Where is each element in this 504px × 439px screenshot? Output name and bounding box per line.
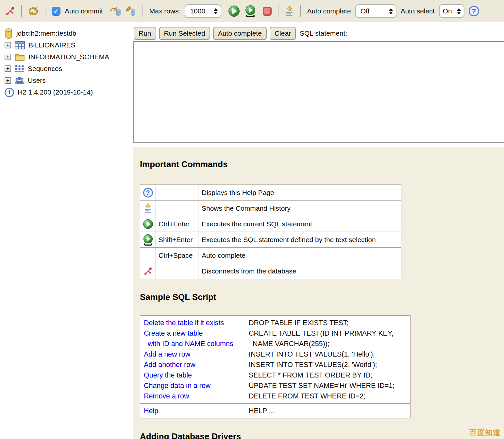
description-cell: Disconnects from the database xyxy=(198,263,401,279)
max-rows-value: 1000 xyxy=(190,7,205,15)
tree-version-row: i H2 1.4.200 (2019-10-14) xyxy=(0,86,133,98)
run-icon[interactable] xyxy=(228,5,240,17)
database-icon xyxy=(5,28,13,39)
shortcut-cell xyxy=(156,263,198,279)
expand-icon[interactable]: + xyxy=(5,65,11,72)
sql-statement-label: SQL statement: xyxy=(300,29,347,37)
table-row: Ctrl+Space Auto complete xyxy=(140,248,401,263)
sample-sql-table: Delete the table if it exists Create a n… xyxy=(140,315,411,418)
select-arrows-icon xyxy=(457,8,461,14)
run-icon xyxy=(142,219,154,229)
tree-item-label[interactable]: BILLIONAIRES xyxy=(28,41,76,49)
max-rows-label: Max rows: xyxy=(149,7,181,15)
sample-link-create-table-cont[interactable]: with ID and NAME columns xyxy=(144,339,241,349)
connection-url-label[interactable]: jdbc:h2:mem:testdb xyxy=(16,29,76,37)
run-selected-icon xyxy=(142,234,154,246)
commit-icon[interactable] xyxy=(125,6,136,16)
expand-icon[interactable]: + xyxy=(5,54,11,60)
auto-complete-label: Auto complete xyxy=(307,7,351,15)
toolbar-separator xyxy=(21,5,22,17)
adding-drivers-title: Adding Database Drivers xyxy=(140,431,504,439)
sample-link-help[interactable]: Help xyxy=(144,406,241,416)
sample-link-remove-row[interactable]: Remove a row xyxy=(144,391,241,401)
auto-complete-button[interactable]: Auto complete xyxy=(213,27,267,40)
auto-select-label: Auto select xyxy=(401,7,435,15)
sample-sql-line: NAME VARCHAR(255)); xyxy=(249,339,407,349)
run-selected-icon[interactable] xyxy=(244,5,257,17)
shortcut-cell: Shift+Enter xyxy=(156,232,198,248)
select-arrows-icon xyxy=(389,8,393,14)
auto-select-select[interactable]: On xyxy=(439,4,464,18)
table-row: Shows the Command History xyxy=(140,201,401,216)
commands-table: ? Displays this Help Page xyxy=(140,184,401,279)
sample-sql-line: INSERT INTO TEST VALUES(1, 'Hello'); xyxy=(249,349,407,360)
tree-item-label[interactable]: INFORMATION_SCHEMA xyxy=(28,53,109,61)
shortcut-cell: Ctrl+Enter xyxy=(156,216,198,232)
table-row: Ctrl+Enter Executes the current SQL stat… xyxy=(140,216,401,232)
disconnect-icon[interactable] xyxy=(5,6,15,16)
description-cell: Auto complete xyxy=(198,248,401,263)
important-commands-title: Important Commands xyxy=(140,159,504,169)
top-toolbar: ✓ Auto commit Max rows: 1000 xyxy=(0,0,504,22)
users-icon xyxy=(15,76,24,85)
table-row: ? Displays this Help Page xyxy=(140,185,401,201)
sample-link-add-row[interactable]: Add a new row xyxy=(144,349,241,360)
sample-sql-line: DELETE FROM TEST WHERE ID=2; xyxy=(249,391,407,401)
clear-button[interactable]: Clear xyxy=(270,27,296,40)
toolbar-separator xyxy=(278,5,278,17)
toolbar-separator xyxy=(45,5,45,17)
auto-select-value: On xyxy=(443,7,452,15)
sample-link-change-data[interactable]: Change data in a row xyxy=(144,380,241,391)
shortcut-cell xyxy=(156,185,198,201)
run-selected-button[interactable]: Run Selected xyxy=(159,27,210,40)
description-cell: Displays this Help Page xyxy=(198,185,401,201)
tree-item-label[interactable]: Users xyxy=(28,77,46,84)
expand-icon[interactable]: + xyxy=(5,42,11,48)
folder-icon xyxy=(15,53,25,61)
sample-sql-line: INSERT INTO TEST VALUES(2, 'World'); xyxy=(249,360,407,370)
sample-link-delete-table[interactable]: Delete the table if it exists xyxy=(144,318,241,328)
rollback-icon[interactable] xyxy=(109,6,121,16)
tree-item-information-schema: + INFORMATION_SCHEMA xyxy=(0,51,133,63)
auto-commit-checkbox[interactable]: ✓ xyxy=(52,7,60,16)
table-row: Disconnects from the database xyxy=(140,263,401,279)
history-icon[interactable] xyxy=(285,5,294,17)
help-panel: Important Commands ? Displays this Help … xyxy=(133,147,504,439)
tree-item-users: + Users xyxy=(0,75,133,86)
sample-sql-line: CREATE TABLE TEST(ID INT PRIMARY KEY, xyxy=(249,328,407,339)
toolbar-separator xyxy=(143,5,143,17)
auto-complete-select[interactable]: Off xyxy=(355,4,396,18)
query-toolbar: Run Run Selected Auto complete Clear SQL… xyxy=(133,22,504,41)
auto-complete-value: Off xyxy=(361,7,370,15)
run-button[interactable]: Run xyxy=(134,27,156,40)
toolbar-separator xyxy=(300,5,301,17)
tree-item-billionaires: + BILLIONAIRES xyxy=(0,39,133,51)
stop-icon[interactable] xyxy=(263,7,272,16)
expand-icon[interactable]: + xyxy=(5,77,11,84)
sequences-icon xyxy=(15,65,24,73)
refresh-icon[interactable] xyxy=(28,6,39,16)
table-row: Help HELP ... xyxy=(140,404,411,418)
database-tree-sidebar: jdbc:h2:mem:testdb + BILLIONAIRES + xyxy=(0,22,133,439)
sample-sql-title: Sample SQL Script xyxy=(140,292,504,302)
sql-statement-input[interactable] xyxy=(133,41,504,143)
shortcut-cell: Ctrl+Space xyxy=(156,248,198,263)
disconnect-icon xyxy=(142,267,154,276)
select-arrows-icon xyxy=(214,8,218,14)
info-icon: i xyxy=(5,88,14,97)
help-icon: ? xyxy=(143,188,153,198)
tree-item-sequences: + Sequences xyxy=(0,63,133,75)
sample-link-add-another-row[interactable]: Add another row xyxy=(144,360,241,370)
table-row: Shift+Enter Executes the SQL statement d… xyxy=(140,232,401,248)
history-icon xyxy=(142,203,154,214)
sample-link-query-table[interactable]: Query the table xyxy=(144,370,241,380)
auto-commit-label: Auto commit xyxy=(65,7,103,15)
sample-link-create-table[interactable]: Create a new table xyxy=(144,328,241,339)
h2-version-label: H2 1.4.200 (2019-10-14) xyxy=(18,88,93,96)
tree-item-label[interactable]: Sequences xyxy=(28,65,62,73)
sample-sql-line: DROP TABLE IF EXISTS TEST; xyxy=(249,318,407,328)
watermark: 百度知道 xyxy=(469,428,501,438)
max-rows-select[interactable]: 1000 xyxy=(185,4,221,18)
help-icon[interactable]: ? xyxy=(469,6,479,16)
sample-sql-line: UPDATE TEST SET NAME='Hi' WHERE ID=1; xyxy=(249,380,407,391)
